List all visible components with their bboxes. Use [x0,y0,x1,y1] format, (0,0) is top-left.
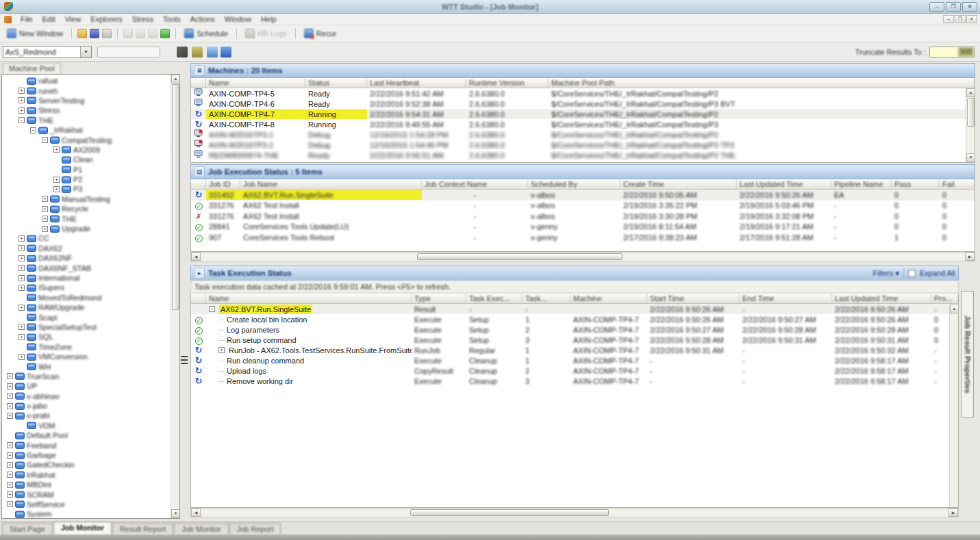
expand-icon[interactable]: + [53,146,60,153]
column-header-last-updated-time[interactable]: Last Updated Time [737,179,831,189]
restore-button[interactable]: ❐ [946,2,961,12]
expand-icon[interactable]: + [18,305,25,311]
scroll-up-icon[interactable]: ▲ [171,75,180,83]
menu-stress[interactable]: Stress [127,14,158,24]
tree-item-manualtesting[interactable]: +ManualTesting [3,194,170,204]
expand-arrow-icon[interactable]: ▸ [194,268,205,279]
table-row[interactable]: ✓···Log parametersExecuteSetup2AXIN-COMP… [191,324,958,335]
mdi-restore-button[interactable]: ❐ [955,15,966,23]
expand-icon[interactable]: + [7,403,13,409]
tree-item-compattesting[interactable]: −CompatTesting [3,135,170,144]
expand-icon[interactable]: + [53,186,60,192]
scrollbar-thumb[interactable] [417,253,623,260]
table-row[interactable]: ✓907CoreServices Tools Reboot-v-genny2/1… [191,232,975,243]
minimize-button[interactable]: – [929,2,944,12]
scroll-right-icon[interactable]: ▶ [965,253,975,261]
refresh-icon[interactable] [148,29,158,38]
table-row[interactable]: ✓···Run setup commandExecuteSetup3AXIN-C… [191,335,958,345]
tree-item-v-jabo[interactable]: +v-jabo [3,401,170,411]
column-header-last-updated-time[interactable]: Last Updated Time [832,294,931,303]
scroll-up-icon[interactable]: ▲ [966,88,975,97]
expand-icon[interactable]: + [7,472,13,478]
expand-icon[interactable]: + [18,324,25,330]
expand-icon[interactable]: + [18,275,25,281]
table-row[interactable]: ↻···Run cleanup commandExecuteCleanup1AX… [191,355,958,365]
expand-icon[interactable]: + [7,442,13,448]
expand-icon[interactable]: + [7,393,13,399]
tree-item-selfservice[interactable]: +SelfService [3,500,170,509]
tree-item-recycle[interactable]: +Recycle [3,204,170,214]
column-header-name[interactable]: Name [206,78,305,88]
save-icon[interactable] [90,29,99,38]
tree-item-dax62nf[interactable]: +DAX62NF [3,253,170,263]
run-icon[interactable] [160,29,170,38]
flask-icon[interactable] [192,47,203,57]
panel-splitter[interactable] [180,62,190,522]
expand-icon[interactable]: + [7,373,13,379]
expand-icon[interactable]: + [7,491,13,498]
expand-icon[interactable]: + [53,177,60,183]
scroll-left-icon[interactable]: ◀ [191,253,201,261]
tab-job-report-4[interactable]: Job Report [229,523,281,535]
jobs-panel-header[interactable]: ▤ Job Execution Status : 5 Items [190,164,975,179]
recur-button[interactable]: Recur [301,27,339,40]
tree-item-timezone[interactable]: TimeZone [3,342,170,352]
menu-help[interactable]: Help [256,14,281,24]
scroll-up-icon[interactable]: ▲ [950,305,959,313]
tree-item-international[interactable]: +International [3,273,170,283]
column-header-end-time[interactable]: End Time [740,294,832,303]
scrollbar-thumb[interactable] [967,98,975,127]
tree-item-the[interactable]: +THE [3,214,170,223]
pointer-icon[interactable] [177,47,188,57]
column-header-job-name[interactable]: Job Name [240,179,422,189]
column-header-status[interactable]: Status [305,78,367,88]
expand-icon[interactable]: + [18,97,25,103]
table-row[interactable]: ↻+RunJob - AX62.Tools.TestServices.RunSu… [191,345,958,355]
menu-file[interactable]: File [16,14,38,24]
machine-pool-tab[interactable]: Machine Pool [3,63,61,74]
table-row[interactable]: AXIN-W2016TP3-2Debug12/16/2015 1:54:46 P… [191,140,975,150]
expand-icon[interactable]: + [18,107,25,114]
expand-icon[interactable]: + [18,235,25,242]
tasks-scrollbar[interactable]: ▲ [949,305,958,507]
tree-item-v-prabi[interactable]: +v-prabi [3,411,170,420]
tree-item--irrakhat[interactable]: −_IrRakhat [3,125,170,135]
tree-item-wh[interactable]: WH [3,361,170,371]
menu-actions[interactable]: Actions [186,14,220,24]
tree-item-p1[interactable]: P1 [3,165,170,175]
table-row[interactable]: ✓28841CoreServices Tools Update(LU)-v-ge… [191,222,975,233]
tree-item-garbage[interactable]: +Garbage [3,450,170,460]
tree-item-irrakhat[interactable]: +IrRakhat [3,470,170,480]
tree-item-runeh[interactable]: +runeh [3,86,170,95]
pool-combo[interactable]: AxS_Redmond ▼ [3,46,92,58]
mdi-child-icon[interactable] [4,16,12,23]
tree-item-the[interactable]: −THE [3,116,170,125]
schedule-button[interactable]: Schedule [181,27,231,40]
column-header-start-time[interactable]: Start Time [647,294,740,303]
menu-edit[interactable]: Edit [38,14,60,24]
tree-item-v-abhinav[interactable]: +v-abhinav [3,391,170,401]
tree-item-servertesting[interactable]: +ServerTesting [3,96,170,105]
tree-item-p2[interactable]: +P2 [3,175,170,184]
tree-item-system[interactable]: System [3,509,170,519]
expand-icon[interactable]: + [7,462,13,468]
column-header-fail[interactable]: Fail [940,179,975,189]
tree-item-clean[interactable]: Clean [3,155,170,164]
scroll-down-icon[interactable]: ▼ [966,153,975,162]
tasks-panel-header[interactable]: ▸ Task Execution Status Filters ▾ Expand… [190,266,959,281]
machines-scrollbar[interactable]: ▲ ▼ [966,88,975,162]
tree-item-scapi[interactable]: Scapi [3,312,170,322]
copy-icon[interactable] [136,29,145,38]
table-row[interactable]: ↻AXIN-COMP-TP4-8Running2/22/2016 9:49:55… [191,119,975,129]
jobs-hscrollbar[interactable]: ◀ ▶ [190,252,975,261]
tree-item-vmconversion[interactable]: +VMConversion [3,352,170,361]
table-row[interactable]: −AX62.BVT.Run.SingleSuiteResult--2/22/20… [191,304,958,314]
menu-tools[interactable]: Tools [158,14,186,24]
new-window-button[interactable]: New Window [4,27,66,40]
tree-item-p3[interactable]: +P3 [3,184,170,194]
table-row[interactable]: AXIN-COMP-TP4-6Ready2/22/2016 9:52:38 AM… [191,99,975,109]
table-row[interactable]: REDW8000974-THEReady2/22/2016 9:55:51 AM… [191,150,975,160]
tree-item-cc[interactable]: +CC [3,233,170,243]
scroll-down-icon[interactable]: ▼ [171,509,180,518]
scroll-right-icon[interactable]: ▶ [948,509,958,517]
